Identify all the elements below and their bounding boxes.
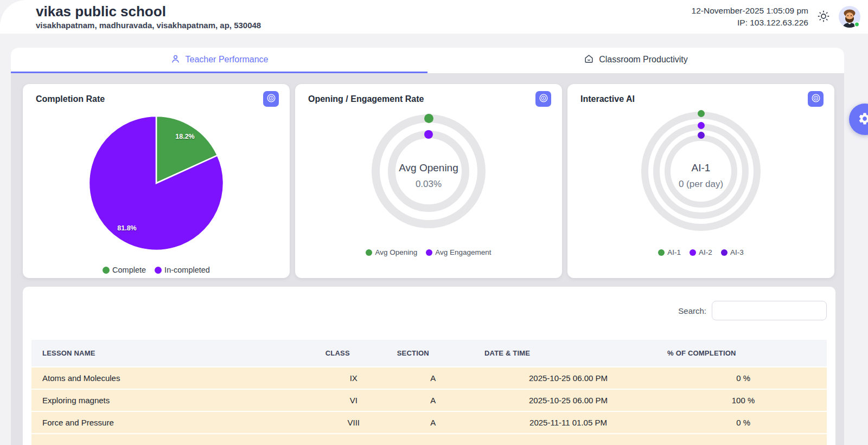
session-meta: 12-November-2025 1:05:09 pm IP: 103.122.… bbox=[692, 5, 808, 29]
radial-center-value: 0.03% bbox=[295, 179, 562, 190]
radial-center-text: AI-1 0 (per day) bbox=[567, 162, 834, 190]
tab-classroom-productivity[interactable]: Classroom Productivity bbox=[427, 48, 844, 73]
home-icon bbox=[584, 54, 594, 66]
cell-completion: 0 % bbox=[660, 367, 827, 389]
radial-legend: AI-1 AI-2 AI-3 bbox=[567, 248, 834, 256]
column-header-completion: % OF COMPLETION bbox=[660, 340, 827, 367]
settings-fab[interactable] bbox=[849, 104, 868, 135]
cell-completion: 0 % bbox=[660, 411, 827, 434]
cell-lesson-name: Atoms and Molecules bbox=[31, 367, 318, 389]
app-header: vikas public school visakhapatnam, madhu… bbox=[0, 0, 868, 34]
avatar-image bbox=[839, 6, 860, 28]
cell-section: A bbox=[390, 411, 477, 434]
radial-center-value: 0 (per day) bbox=[567, 179, 834, 190]
radial-center-text: Avg Opening 0.03% bbox=[295, 162, 562, 190]
school-address: visakhapatnam, madhuravada, visakhapatna… bbox=[36, 21, 261, 30]
legend-dot-purple bbox=[426, 249, 432, 256]
cell-section: A bbox=[390, 389, 477, 411]
header-datetime: 12-November-2025 1:05:09 pm bbox=[692, 5, 808, 17]
view-details-button[interactable] bbox=[263, 91, 279, 107]
legend-dot-purple bbox=[690, 249, 696, 256]
school-info: vikas public school visakhapatnam, madhu… bbox=[36, 4, 261, 30]
card-title: Completion Rate bbox=[36, 94, 105, 104]
legend-item: AI-3 bbox=[721, 248, 744, 256]
online-status-dot bbox=[854, 22, 859, 27]
cell-lesson-name: Exploring magnets bbox=[31, 389, 318, 411]
pie-legend: Complete In-completed bbox=[23, 266, 290, 274]
radial-center-label: Avg Opening bbox=[295, 162, 562, 174]
search-input[interactable] bbox=[712, 301, 827, 320]
cell-date-time: 2025-11-11 01.05 PM bbox=[477, 411, 660, 434]
column-header-class: CLASS bbox=[318, 340, 390, 367]
legend-dot-green bbox=[658, 249, 665, 256]
radial-legend: Avg Opening Avg Engagement bbox=[295, 248, 562, 256]
cell-class: IX bbox=[318, 367, 390, 389]
table-row: Force and Pressure VIII A 2025-11-11 01.… bbox=[31, 411, 827, 434]
cell-lesson-name: Force and Pressure bbox=[31, 411, 318, 434]
person-icon bbox=[170, 54, 181, 66]
eye-icon bbox=[266, 93, 277, 105]
legend-dot-green bbox=[103, 267, 110, 274]
tabbar: Teacher Performance Classroom Productivi… bbox=[11, 48, 844, 73]
card-title: Interactive AI bbox=[580, 94, 635, 104]
legend-item: Avg Opening bbox=[366, 248, 417, 256]
radial-center-label: AI-1 bbox=[567, 162, 834, 174]
eye-icon bbox=[538, 93, 549, 105]
legend-item: AI-1 bbox=[658, 248, 681, 256]
legend-item: In-completed bbox=[155, 266, 210, 274]
cell-completion: 100 % bbox=[660, 389, 827, 411]
pie-label-incompleted: 81.8% bbox=[117, 224, 136, 232]
sun-icon bbox=[817, 10, 830, 24]
lessons-table-card: Search: LESSON NAME CLASS SECTION DATE &… bbox=[23, 287, 835, 445]
legend-item: AI-2 bbox=[690, 248, 712, 256]
main-container: Teacher Performance Classroom Productivi… bbox=[11, 48, 844, 445]
tab-label: Teacher Performance bbox=[186, 55, 269, 65]
header-ip: IP: 103.122.63.226 bbox=[692, 17, 808, 29]
legend-dot-green bbox=[366, 249, 372, 256]
table-row: Exploring magnets VI A 2025-10-25 06.00 … bbox=[31, 389, 827, 411]
completion-pie-chart: 18.2% 81.8% bbox=[87, 114, 226, 253]
radial-dot-ai2 bbox=[698, 122, 705, 129]
view-details-button[interactable] bbox=[808, 91, 824, 107]
tab-teacher-performance[interactable]: Teacher Performance bbox=[11, 48, 427, 73]
table-header-row: LESSON NAME CLASS SECTION DATE & TIME % … bbox=[31, 340, 827, 367]
pie-label-complete: 18.2% bbox=[175, 133, 194, 140]
legend-item: Complete bbox=[103, 266, 146, 274]
gear-icon bbox=[858, 112, 868, 127]
column-header-lesson-name: LESSON NAME bbox=[31, 340, 318, 367]
page-title: vikas public school bbox=[36, 4, 261, 20]
cell-date-time: 2025-10-25 06.00 PM bbox=[477, 367, 660, 389]
theme-toggle-button[interactable] bbox=[817, 10, 830, 24]
lessons-table: LESSON NAME CLASS SECTION DATE & TIME % … bbox=[31, 340, 827, 445]
cell-class: VI bbox=[318, 389, 390, 411]
radial-dot-ai3 bbox=[698, 132, 705, 139]
legend-dot-purple bbox=[155, 267, 162, 274]
view-details-button[interactable] bbox=[535, 91, 551, 107]
radial-dot-ai1 bbox=[698, 110, 705, 117]
cell-date-time: 2025-10-25 06.00 PM bbox=[477, 389, 660, 411]
summary-cards-row: Completion Rate 18.2% 81.8% bbox=[11, 73, 844, 278]
tab-label: Classroom Productivity bbox=[599, 55, 688, 65]
column-header-date-time: DATE & TIME bbox=[477, 340, 660, 367]
card-title: Opening / Engagement Rate bbox=[308, 94, 424, 104]
legend-item: Avg Engagement bbox=[426, 248, 491, 256]
cell-class: VIII bbox=[318, 411, 390, 434]
user-avatar[interactable] bbox=[839, 6, 860, 28]
table-row-partial bbox=[31, 434, 827, 445]
card-interactive-ai: Interactive AI AI-1 0 bbox=[567, 84, 834, 278]
eye-icon bbox=[810, 93, 821, 105]
column-header-section: SECTION bbox=[390, 340, 477, 367]
cell-section: A bbox=[390, 367, 477, 389]
card-opening-engagement-rate: Opening / Engagement Rate Avg Opening 0. bbox=[295, 84, 562, 278]
legend-dot-purpledark bbox=[721, 249, 727, 256]
table-row: Atoms and Molecules IX A 2025-10-25 06.0… bbox=[31, 367, 827, 389]
search-label: Search: bbox=[678, 306, 706, 315]
card-completion-rate: Completion Rate 18.2% 81.8% bbox=[23, 84, 290, 278]
radial-dot-avg-engagement bbox=[424, 130, 433, 139]
radial-dot-avg-opening bbox=[424, 114, 433, 123]
